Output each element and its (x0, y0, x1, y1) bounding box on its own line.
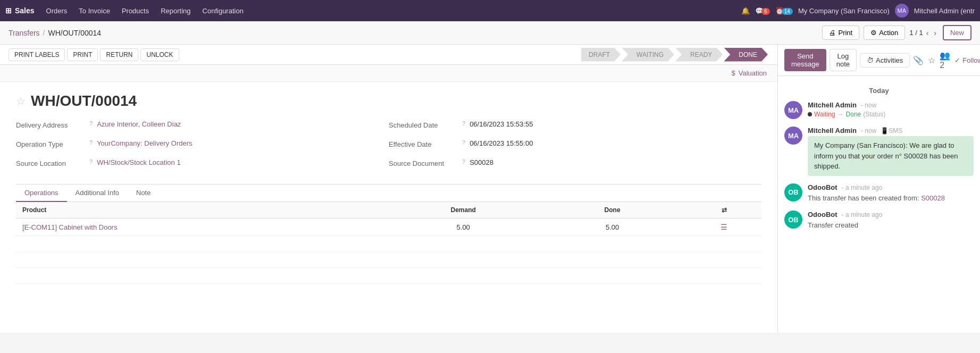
form-body: ☆ WH/OUT/00014 Delivery Address ? Azure … (0, 82, 777, 295)
cell-product[interactable]: [E-COM11] Cabinet with Doors (16, 218, 389, 236)
empty-row (16, 252, 761, 268)
scheduled-date-value: 06/16/2023 15:53:55 (470, 120, 533, 128)
operations-table: Product Demand Done ⇄ [E-COM11] Cabinet … (16, 202, 761, 284)
tab-note[interactable]: Note (128, 184, 159, 202)
message-time: - a minute ago (842, 184, 883, 191)
return-button[interactable]: RETURN (100, 48, 138, 61)
message-author: Mitchell Admin (808, 101, 857, 109)
breadcrumb-parent[interactable]: Transfers (9, 29, 40, 37)
effective-date-label: Effective Date (389, 139, 458, 148)
empty-row (16, 268, 761, 284)
status-waiting: WAITING (622, 48, 674, 62)
chat-icon[interactable]: 💬6 (755, 7, 770, 15)
delivery-address-value[interactable]: Azure Interior, Colleen Diaz (97, 120, 181, 128)
record-name: WH/OUT/00014 (31, 93, 137, 110)
message-header: Mitchell Admin - now (808, 101, 974, 109)
empty-row (16, 236, 761, 252)
message-content: OdooBot - a minute ago This transfer has… (808, 183, 974, 204)
message: MA Mitchell Admin - now Waiting → Done (… (784, 101, 974, 119)
message-author: OdooBot (808, 211, 837, 218)
tabs-container: Operations Additional Info Note Product … (16, 184, 761, 284)
table-header-row: Product Demand Done ⇄ (16, 202, 761, 218)
log-note-button[interactable]: Log note (830, 49, 857, 71)
status-dot (808, 112, 812, 116)
col-header-done: Done (538, 202, 686, 218)
message-body: Transfer created (808, 220, 974, 231)
message-avatar: OB (784, 211, 802, 229)
message-author: Mitchell Admin (808, 127, 857, 135)
gear-icon: ⚙ (870, 29, 877, 37)
source-location-label: Source Location (16, 158, 85, 167)
operation-type-label: Operation Type (16, 139, 85, 148)
navbar: ⊞ Sales Orders To Invoice Products Repor… (0, 0, 980, 21)
source-document-help: ? (462, 158, 465, 165)
navbar-right: 🔔 💬6 ⏰14 My Company (San Francisco) MA M… (741, 4, 975, 18)
delivery-address-help: ? (89, 120, 93, 127)
user-avatar[interactable]: MA (895, 4, 909, 18)
print-icon: 🖨 (829, 29, 836, 37)
prev-page-button[interactable]: ‹ (924, 28, 931, 38)
message-body: This transfer has been created from: S00… (808, 193, 974, 204)
attachment-icon[interactable]: 📎 (913, 55, 924, 65)
source-location-value[interactable]: WH/Stock/Stock Location 1 (97, 158, 181, 166)
clock-icon[interactable]: ⏰14 (775, 7, 793, 15)
users-icon[interactable]: 👥 2 (940, 51, 950, 70)
send-message-button[interactable]: Send message (784, 49, 826, 71)
user-name: Mitchell Admin (entr (914, 7, 975, 15)
source-location-help: ? (89, 158, 93, 165)
content-area: PRINT LABELS PRINT RETURN UNLOCK DRAFT W… (0, 45, 778, 333)
message-content: OdooBot - a minute ago Transfer created (808, 211, 974, 231)
tab-operations[interactable]: Operations (16, 184, 67, 202)
source-location-row: Source Location ? WH/Stock/Stock Locatio… (16, 158, 389, 173)
breadcrumb-current: WH/OUT/00014 (48, 29, 102, 37)
company-name: My Company (San Francisco) (798, 7, 890, 15)
message-link[interactable]: S00028 (921, 194, 945, 202)
print-labels-button[interactable]: PRINT LABELS (9, 48, 65, 61)
new-button[interactable]: New (943, 25, 971, 40)
left-fields: Delivery Address ? Azure Interior, Colle… (16, 120, 389, 173)
main-layout: PRINT LABELS PRINT RETURN UNLOCK DRAFT W… (0, 45, 980, 333)
print-button[interactable]: 🖨 Print (822, 26, 859, 40)
notification-icon[interactable]: 🔔 (741, 7, 750, 15)
scheduled-date-help: ? (462, 120, 465, 127)
action-button[interactable]: ⚙ Action (864, 26, 905, 40)
nav-configuration[interactable]: Configuration (197, 5, 249, 17)
message-header: OdooBot - a minute ago (808, 211, 974, 218)
messages-container: MA Mitchell Admin - now Waiting → Done (… (784, 101, 974, 231)
chatter-panel: Send message Log note ⏱ Activities 📎 ☆ 👥… (778, 45, 980, 333)
following-button[interactable]: ✓ Following (954, 56, 980, 64)
nav-products[interactable]: Products (116, 5, 154, 17)
cell-detail-icon[interactable]: ☰ (687, 218, 761, 236)
next-page-button[interactable]: › (932, 28, 939, 38)
message: OB OdooBot - a minute ago Transfer creat… (784, 211, 974, 231)
favorite-star[interactable]: ☆ (16, 95, 26, 107)
chatter-body: Today MA Mitchell Admin - now Waiting → … (778, 76, 980, 333)
valuation-banner[interactable]: $ Valuation (0, 65, 777, 82)
nav-to-invoice[interactable]: To Invoice (73, 5, 115, 17)
nav-reporting[interactable]: Reporting (155, 5, 196, 17)
effective-date-row: Effective Date ? 06/16/2023 15:55:00 (389, 139, 761, 154)
message: OB OdooBot - a minute ago This transfer … (784, 183, 974, 204)
message-avatar: MA (784, 127, 802, 145)
col-header-demand: Demand (389, 202, 538, 218)
check-icon: ✓ (954, 56, 960, 64)
message-content: Mitchell Admin - now Waiting → Done (Sta… (808, 101, 974, 119)
delivery-address-label: Delivery Address (16, 120, 85, 129)
operations-tab-content: Product Demand Done ⇄ [E-COM11] Cabinet … (16, 202, 761, 284)
operation-type-value[interactable]: YourCompany: Delivery Orders (97, 139, 192, 147)
print-action-button[interactable]: PRINT (67, 48, 98, 61)
unlock-button[interactable]: UNLOCK (140, 48, 179, 61)
star-chatter-icon[interactable]: ☆ (928, 55, 935, 65)
navbar-brand[interactable]: ⊞ Sales (5, 6, 35, 15)
nav-orders[interactable]: Orders (41, 5, 73, 17)
tab-additional-info[interactable]: Additional Info (67, 184, 128, 202)
message-avatar: OB (784, 183, 802, 201)
delivery-address-row: Delivery Address ? Azure Interior, Colle… (16, 120, 389, 135)
activities-button[interactable]: ⏱ Activities (860, 53, 910, 68)
secondary-toolbar: Transfers / WH/OUT/00014 🖨 Print ⚙ Actio… (0, 21, 980, 45)
message-sms-body: My Company (San Francisco): We are glad … (808, 136, 974, 176)
status-draft: DRAFT (581, 48, 621, 62)
date-divider: Today (784, 87, 974, 95)
tabs-header: Operations Additional Info Note (16, 184, 761, 202)
col-header-product: Product (16, 202, 389, 218)
